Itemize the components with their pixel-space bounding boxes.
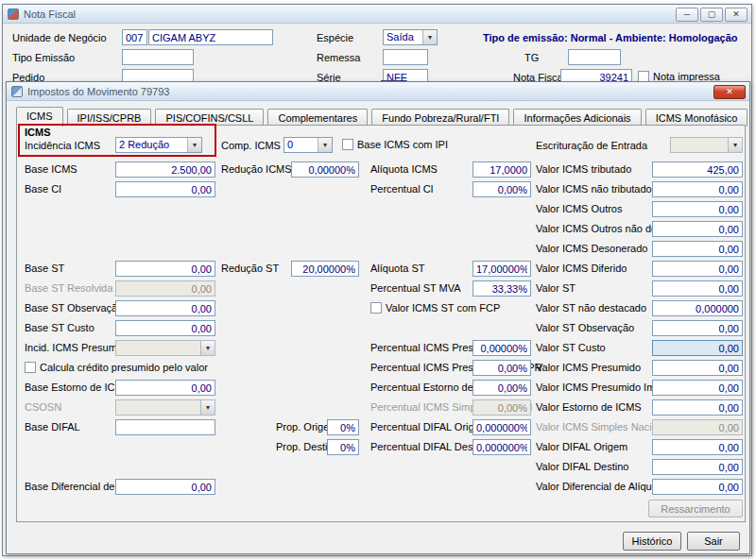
especie-dropdown[interactable]: Saída ▾ <box>383 29 438 45</box>
prop-origem-field[interactable] <box>327 419 359 435</box>
base-icms-com-ipi-checkbox[interactable]: Base ICMS com IPI <box>342 139 448 150</box>
valor-icms-diferido-field[interactable] <box>652 261 743 277</box>
valor-icms-desonerado-field[interactable] <box>652 241 743 257</box>
valor-st-field[interactable] <box>652 280 743 297</box>
window-title: Nota Fiscal <box>24 8 76 20</box>
sair-button[interactable]: Sair <box>687 532 740 551</box>
valor-icms-outros-field[interactable] <box>652 201 743 217</box>
valor-icms-outros-label: Valor ICMS Outros <box>536 203 623 214</box>
nota-fiscal-titlebar[interactable]: Nota Fiscal ─ ▢ ✕ <box>3 5 751 24</box>
percentual-estorno-icms-field[interactable] <box>472 380 531 396</box>
base-st-field[interactable] <box>115 261 215 277</box>
incid-icms-presumido-dropdown[interactable]: ▾ <box>115 340 215 356</box>
tg-field[interactable] <box>568 49 621 65</box>
base-estorno-icms-field[interactable] <box>115 380 215 396</box>
csosn-label: CSOSN <box>25 401 61 413</box>
comp-icms-dropdown[interactable]: 0 ▾ <box>284 137 333 153</box>
especie-label: Espécie <box>317 32 353 43</box>
impostos-dialog-titlebar[interactable]: Impostos do Movimento 79793 ✕ <box>7 82 749 101</box>
valor-difal-origem-field[interactable] <box>652 439 743 455</box>
remessa-label: Remessa <box>317 52 360 63</box>
incidencia-icms-dropdown[interactable]: 2 Redução ▾ <box>115 137 202 153</box>
base-st-custo-field[interactable] <box>115 320 215 336</box>
percentual-icms-presumido-imp-pr-field[interactable] <box>472 360 531 376</box>
minimize-icon[interactable]: ─ <box>676 8 698 22</box>
base-diferencial-aliq-field[interactable] <box>115 479 215 495</box>
dialog-title: Impostos do Movimento 79793 <box>27 86 169 97</box>
base-difal-field[interactable] <box>115 419 215 435</box>
percentual-difal-origem-label: Percentual DIFAL Origem <box>370 421 489 433</box>
valor-icms-presumido-imp-pr-field[interactable] <box>652 380 743 396</box>
dialog-close-icon[interactable]: ✕ <box>713 85 746 99</box>
base-ci-field[interactable] <box>115 181 215 197</box>
chevron-down-icon: ▾ <box>422 30 437 44</box>
base-ci-label: Base CI <box>25 183 61 195</box>
valor-icms-st-com-fcp-checkbox[interactable]: Valor ICMS ST com FCP <box>370 302 500 314</box>
valor-icms-nao-tributado-label: Valor ICMS não tributado <box>536 183 652 195</box>
escrituracao-entrada-dropdown[interactable]: ▾ <box>670 137 743 153</box>
base-st-resolvida-field <box>115 280 215 297</box>
base-icms-field[interactable] <box>115 161 215 178</box>
icms-group-title: ICMS <box>25 127 51 138</box>
valor-estorno-icms-label: Valor Estorno de ICMS <box>536 401 642 413</box>
percentual-st-mva-field[interactable] <box>472 280 531 297</box>
percentual-difal-destino-field[interactable] <box>472 439 531 455</box>
csosn-value <box>116 400 200 415</box>
aliquota-st-field[interactable] <box>472 261 531 277</box>
valor-icms-diferido-label: Valor ICMS Diferido <box>536 263 627 274</box>
valor-st-observacao-field[interactable] <box>652 320 743 336</box>
maximize-icon[interactable]: ▢ <box>700 8 723 22</box>
escrituracao-entrada-label: Escrituração de Entrada <box>536 140 647 151</box>
app-icon <box>8 8 19 20</box>
dialog-icon <box>11 86 23 97</box>
unidade-name-field[interactable] <box>148 29 273 45</box>
base-st-observacao-field[interactable] <box>115 300 215 316</box>
base-st-label: Base ST <box>25 263 64 274</box>
emissao-info-text: Tipo de emissão: Normal - Ambiente: Homo… <box>483 32 738 43</box>
tg-label: TG <box>524 52 539 63</box>
calcula-credito-label: Calcula crédito presumido pelo valor <box>40 362 208 373</box>
calcula-credito-checkbox[interactable]: Calcula crédito presumido pelo valor <box>25 362 208 373</box>
aliquota-icms-label: Alíquota ICMS <box>370 163 438 175</box>
ressarcimento-button: Ressarcimento <box>648 500 743 518</box>
valor-st-nao-destacado-field[interactable] <box>652 300 743 316</box>
valor-icms-presumido-field[interactable] <box>652 360 743 376</box>
valor-icms-st-com-fcp-label: Valor ICMS ST com FCP <box>386 302 500 314</box>
valor-st-label: Valor ST <box>536 282 576 294</box>
aliquota-icms-field[interactable] <box>472 161 531 178</box>
valor-diferencial-aliquota-label: Valor Diferencial de Alíquota <box>536 481 666 492</box>
escrituracao-entrada-value <box>671 138 728 152</box>
incidencia-icms-value: 2 Redução <box>116 138 187 152</box>
reducao-icms-field[interactable] <box>291 161 359 178</box>
tab-strip: ICMS IPI/ISS/CPRB PIS/COFINS/CSLL Comple… <box>16 107 748 127</box>
valor-icms-nao-tributado-field[interactable] <box>652 181 743 197</box>
reducao-st-field[interactable] <box>291 261 359 277</box>
base-st-custo-label: Base ST Custo <box>25 322 94 333</box>
valor-icms-desonerado-label: Valor ICMS Desonerado <box>536 243 647 254</box>
close-icon[interactable]: ✕ <box>725 8 747 22</box>
comp-icms-value: 0 <box>284 138 318 152</box>
percentual-difal-origem-field[interactable] <box>472 419 531 435</box>
valor-difal-destino-field[interactable] <box>652 459 743 475</box>
checkbox-box <box>370 302 382 314</box>
percentual-icms-presumido-field[interactable] <box>472 340 531 356</box>
valor-st-custo-field[interactable] <box>652 340 743 356</box>
remessa-field[interactable] <box>383 49 428 65</box>
prop-destino-field[interactable] <box>327 439 359 455</box>
percentual-ci-field[interactable] <box>472 181 531 197</box>
tipo-emissao-field[interactable] <box>122 49 194 65</box>
csosn-dropdown: ▾ <box>115 399 215 416</box>
historico-button[interactable]: Histórico <box>623 532 681 551</box>
tipo-emissao-label: Tipo Emissão <box>12 52 75 63</box>
valor-icms-simples-field <box>652 419 743 435</box>
tab-icms[interactable]: ICMS <box>16 107 63 127</box>
base-difal-label: Base DIFAL <box>25 421 80 433</box>
valor-icms-tributado-field[interactable] <box>652 161 743 178</box>
valor-st-nao-destacado-label: Valor ST não destacado <box>536 302 646 314</box>
valor-diferencial-aliquota-field[interactable] <box>652 479 743 495</box>
unidade-code-field[interactable] <box>122 29 147 45</box>
chevron-down-icon: ▾ <box>200 400 215 415</box>
valor-estorno-icms-field[interactable] <box>652 399 743 416</box>
valor-icms-outros-nao-dest-field[interactable] <box>652 221 743 237</box>
base-icms-com-ipi-label: Base ICMS com IPI <box>357 139 448 150</box>
